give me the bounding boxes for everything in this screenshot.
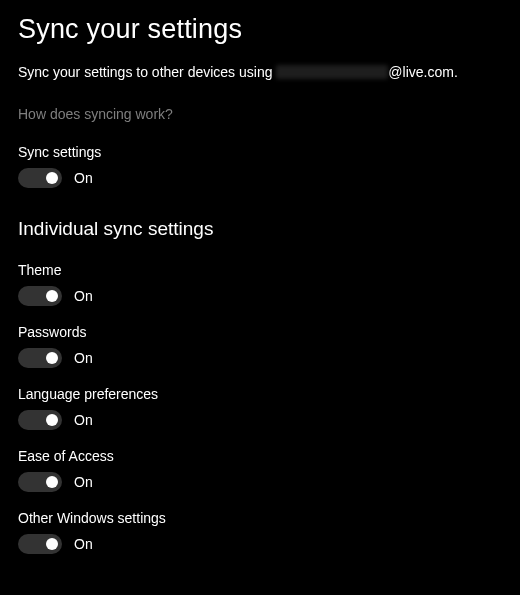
passwords-toggle-row: On [18, 348, 502, 368]
sync-settings-toggle-row: On [18, 168, 502, 188]
toggle-knob-icon [46, 352, 58, 364]
ease-of-access-state: On [74, 474, 93, 490]
passwords-group: Passwords On [18, 324, 502, 368]
theme-label: Theme [18, 262, 502, 278]
individual-sync-title: Individual sync settings [18, 218, 502, 240]
language-toggle[interactable] [18, 410, 62, 430]
theme-group: Theme On [18, 262, 502, 306]
settings-page: Sync your settings Sync your settings to… [0, 0, 520, 554]
other-windows-label: Other Windows settings [18, 510, 502, 526]
desc-suffix: @live.com. [388, 64, 457, 80]
desc-prefix: Sync your settings to other devices usin… [18, 64, 276, 80]
passwords-state: On [74, 350, 93, 366]
toggle-knob-icon [46, 538, 58, 550]
toggle-knob-icon [46, 414, 58, 426]
toggle-knob-icon [46, 290, 58, 302]
theme-toggle[interactable] [18, 286, 62, 306]
other-windows-toggle[interactable] [18, 534, 62, 554]
theme-state: On [74, 288, 93, 304]
sync-settings-label: Sync settings [18, 144, 502, 160]
sync-description: Sync your settings to other devices usin… [18, 63, 502, 83]
other-windows-state: On [74, 536, 93, 552]
other-windows-toggle-row: On [18, 534, 502, 554]
passwords-toggle[interactable] [18, 348, 62, 368]
toggle-knob-icon [46, 476, 58, 488]
ease-of-access-label: Ease of Access [18, 448, 502, 464]
theme-toggle-row: On [18, 286, 502, 306]
language-label: Language preferences [18, 386, 502, 402]
sync-settings-group: Sync settings On [18, 144, 502, 188]
ease-of-access-toggle[interactable] [18, 472, 62, 492]
toggle-knob-icon [46, 172, 58, 184]
account-redacted [276, 65, 388, 79]
language-state: On [74, 412, 93, 428]
language-group: Language preferences On [18, 386, 502, 430]
sync-settings-state: On [74, 170, 93, 186]
sync-settings-toggle[interactable] [18, 168, 62, 188]
passwords-label: Passwords [18, 324, 502, 340]
ease-of-access-toggle-row: On [18, 472, 502, 492]
ease-of-access-group: Ease of Access On [18, 448, 502, 492]
language-toggle-row: On [18, 410, 502, 430]
page-title: Sync your settings [18, 14, 502, 45]
other-windows-group: Other Windows settings On [18, 510, 502, 554]
how-syncing-works-link[interactable]: How does syncing work? [18, 106, 173, 122]
